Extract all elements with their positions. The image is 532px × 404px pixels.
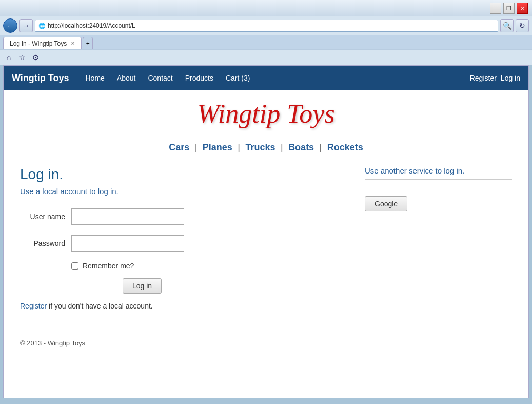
service-divider — [365, 179, 512, 180]
footer-copyright: © 2013 - Wingtip Toys — [20, 339, 85, 347]
nav-about[interactable]: About — [111, 66, 142, 90]
site-title-area: Wingtip Toys — [4, 90, 528, 133]
nav-home[interactable]: Home — [80, 66, 111, 90]
remember-checkbox[interactable] — [71, 262, 78, 270]
tab-close-icon[interactable]: ✕ — [71, 41, 75, 46]
site-navbar: Wingtip Toys Home About Contact Products… — [4, 66, 528, 90]
refresh-button[interactable]: ↻ — [516, 19, 529, 32]
restore-button[interactable]: ❐ — [503, 3, 515, 14]
page-heading: Log in. — [20, 166, 327, 183]
nav-products[interactable]: Products — [179, 66, 220, 90]
category-trucks-label[interactable]: Trucks — [245, 142, 275, 152]
sep-2: | — [238, 142, 240, 152]
url-icon: 🌐 — [38, 23, 46, 29]
category-rockets-label[interactable]: Rockets — [327, 142, 363, 152]
remember-label: Remember me? — [83, 262, 134, 270]
remember-row: Remember me? — [71, 262, 327, 270]
main-content: Log in. Use a local account to log in. U… — [4, 158, 528, 318]
google-login-button[interactable]: Google — [365, 196, 407, 211]
tab-label: Log in - Wingtip Toys — [10, 40, 67, 47]
category-boats-label[interactable]: Boats — [288, 142, 314, 152]
register-text: if you don't have a local account. — [49, 302, 153, 310]
new-tab-button[interactable]: + — [83, 37, 93, 49]
close-button[interactable]: ✕ — [517, 3, 528, 14]
nav-contact[interactable]: Contact — [142, 66, 179, 90]
password-input[interactable] — [71, 235, 184, 252]
back-button[interactable]: ← — [3, 18, 17, 33]
register-link[interactable]: Register — [20, 302, 47, 310]
login-button[interactable]: Log in — [123, 278, 162, 294]
site-brand-link[interactable]: Wingtip Toys — [12, 73, 69, 84]
password-group: Password — [20, 235, 327, 252]
browser-tab[interactable]: Log in - Wingtip Toys ✕ — [3, 37, 82, 49]
site-footer: © 2013 - Wingtip Toys — [4, 329, 528, 357]
sep-3: | — [281, 142, 283, 152]
password-label: Password — [20, 239, 71, 247]
category-bar: // Inline category rendering Cars | Plan… — [4, 133, 528, 158]
nav-register[interactable]: Register — [470, 74, 497, 82]
settings-icon[interactable]: ⚙ — [30, 52, 41, 63]
category-cars-label[interactable]: Cars — [169, 142, 189, 152]
home-icon[interactable]: ⌂ — [3, 52, 14, 63]
forward-button[interactable]: → — [19, 19, 33, 32]
website-frame: Wingtip Toys Home About Contact Products… — [3, 65, 529, 398]
service-section: Use another service to log in. Google — [348, 166, 512, 310]
login-button-container: Log in — [71, 278, 327, 294]
nav-right: Register Log in — [470, 74, 520, 82]
sep-1: | — [195, 142, 198, 152]
minimize-button[interactable]: – — [490, 3, 501, 14]
sep-4: | — [320, 142, 322, 152]
username-input[interactable] — [71, 208, 184, 225]
favorites-icon[interactable]: ☆ — [16, 52, 28, 63]
search-button[interactable]: 🔍 — [500, 19, 514, 32]
nav-login[interactable]: Log in — [501, 74, 520, 82]
nav-cart[interactable]: Cart (3) — [220, 66, 256, 90]
address-bar[interactable]: 🌐 http://localhost:24019/Account/L — [35, 20, 498, 32]
register-row: Register if you don't have a local accou… — [20, 302, 327, 310]
login-section: Log in. Use a local account to log in. U… — [20, 166, 327, 310]
site-title-text: Wingtip Toys — [197, 99, 334, 128]
url-text: http://localhost:24019/Account/L — [48, 22, 135, 29]
category-planes-label[interactable]: Planes — [203, 142, 232, 152]
local-account-subtitle: Use a local account to log in. — [20, 187, 327, 196]
username-label: User name — [20, 213, 71, 221]
service-subtitle: Use another service to log in. — [365, 166, 512, 175]
divider — [20, 200, 327, 200]
nav-links: Home About Contact Products Cart (3) — [80, 66, 470, 90]
username-group: User name — [20, 208, 327, 225]
